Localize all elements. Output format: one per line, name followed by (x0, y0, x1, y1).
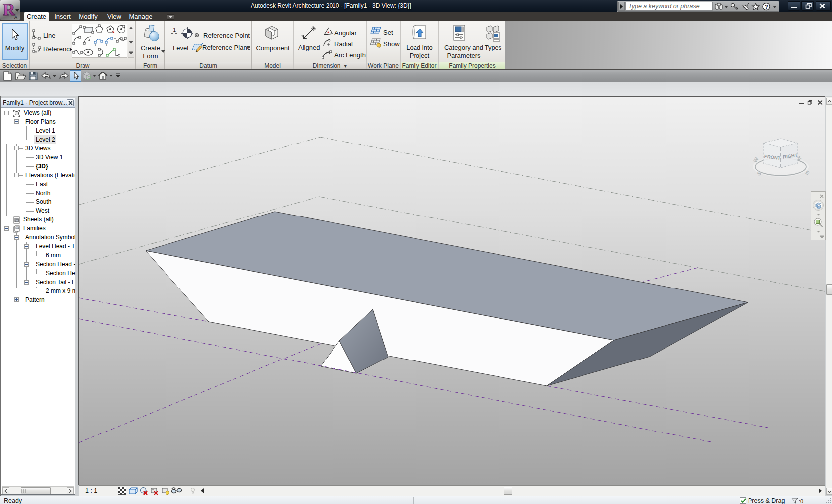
svg-text:1: 1 (173, 27, 176, 33)
svg-text:?: ? (765, 4, 768, 10)
svg-text:A: A (14, 15, 17, 19)
svg-text::0: :0 (799, 498, 803, 504)
svg-text:R: R (3, 0, 15, 19)
